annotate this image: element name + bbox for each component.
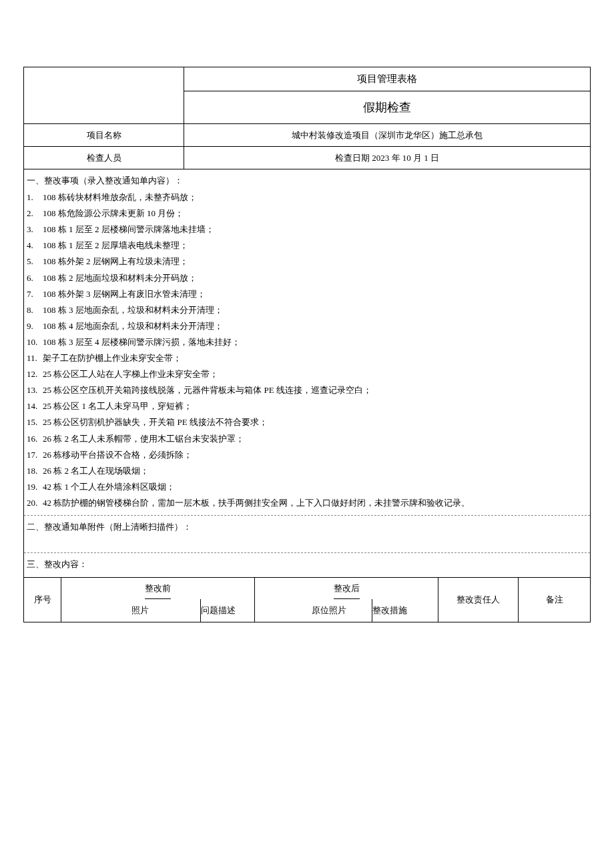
list-item: 16.26 栋 2 名工人未系帽带，使用木工锯台未安装护罩； [27,431,587,447]
list-item-number: 8. [27,303,43,318]
section-2: 二、整改通知单附件（附上清晰扫描件）： [24,516,590,553]
list-item-number: 13. [27,383,43,398]
list-item-text: 42 栋 1 个工人在外墙涂料区吸烟； [43,480,587,494]
section-2-title: 二、整改通知单附件（附上清晰扫描件）： [27,520,587,534]
col-after: 整改后 [334,578,360,599]
list-item-number: 10. [27,335,43,350]
list-item-number: 6. [27,271,43,286]
col-before-group: 整改前 照片 问题描述 [61,578,255,622]
list-item-number: 19. [27,480,43,494]
table-header-row: 序号 整改前 照片 问题描述 整改后 原位照片 整改措施 整改责任人 备注 [24,578,590,622]
list-item: 18.26 栋 2 名工人在现场吸烟； [27,463,587,479]
list-item-text: 26 栋 2 名工人未系帽带，使用木工锯台未安装护罩； [43,432,587,446]
list-item-number: 1. [27,190,43,205]
list-item-text: 25 栋公区工人站在人字梯上作业未穿安全带； [43,367,587,382]
list-item: 20.42 栋防护棚的钢管楼梯台阶，需加一层木板，扶手两侧挂安全网，上下入口做好… [27,495,587,511]
list-item-number: 17. [27,448,43,462]
header-row: 项目管理表格 假期检查 [24,67,590,124]
list-item: 2.108 栋危险源公示牌未更新 10 月份； [27,205,587,222]
form-title: 假期检查 [184,91,590,123]
rectification-list: 1.108 栋砖块材料堆放杂乱，未整齐码放；2.108 栋危险源公示牌未更新 1… [27,189,587,511]
list-item: 9.108 栋 4 层地面杂乱，垃圾和材料未分开清理； [27,318,587,334]
col-after-photo: 原位照片 [286,599,372,622]
list-item: 8.108 栋 3 层地面杂乱，垃圾和材料未分开清理； [27,302,587,318]
list-item: 11.架子工在防护棚上作业未穿安全带； [27,350,587,366]
list-item-text: 108 栋外架 3 层钢网上有废旧水管未清理； [43,287,587,302]
list-item: 1.108 栋砖块材料堆放杂乱，未整齐码放； [27,189,587,205]
col-note: 备注 [519,578,590,622]
list-item-text: 108 栋 3 层地面杂乱，垃圾和材料未分开清理； [43,303,587,318]
section-1-title: 一、整改事项（录入整改通知单内容）： [27,173,587,188]
list-item-number: 4. [27,238,43,253]
list-item-number: 12. [27,367,43,382]
section-3-title: 三、整改内容： [27,557,587,572]
col-after-group: 整改后 原位照片 整改措施 [255,578,438,622]
col-before: 整改前 [145,578,171,599]
col-before-photo: 照片 [81,599,201,622]
list-item-number: 20. [27,496,43,510]
section-3: 三、整改内容： [24,553,590,578]
list-item-text: 108 栋外架 2 层钢网上有垃圾未清理； [43,254,587,269]
list-item-text: 25 栋公区 1 名工人未穿马甲，穿短裤； [43,399,587,414]
list-item: 14.25 栋公区 1 名工人未穿马甲，穿短裤； [27,398,587,414]
list-item: 5.108 栋外架 2 层钢网上有垃圾未清理； [27,254,587,270]
list-item-text: 架子工在防护棚上作业未穿安全带； [43,351,587,366]
col-before-desc: 问题描述 [201,599,236,622]
list-item: 13.25 栋公区空压机开关箱跨接线脱落，元器件背板未与箱体 PE 线连接，巡查… [27,382,587,398]
project-value: 城中村装修改造项目（深圳市龙华区）施工总承包 [184,124,590,146]
list-item-text: 108 栋 1 层至 2 层楼梯间警示牌落地未挂墙； [43,222,587,237]
form-container: 项目管理表格 假期检查 项目名称 城中村装修改造项目（深圳市龙华区）施工总承包 … [23,67,591,622]
col-person: 整改责任人 [438,578,519,622]
list-item: 17.26 栋移动平台搭设不合格，必须拆除； [27,447,587,463]
list-item: 10.108 栋 3 层至 4 层楼梯间警示牌污损，落地未挂好； [27,334,587,350]
rectification-table: 序号 整改前 照片 问题描述 整改后 原位照片 整改措施 整改责任人 备注 [24,578,590,622]
list-item-text: 26 栋 2 名工人在现场吸烟； [43,464,587,478]
list-item-number: 2. [27,206,43,221]
list-item-text: 108 栋 3 层至 4 层楼梯间警示牌污损，落地未挂好； [43,335,587,350]
header-left-blank [24,67,184,123]
list-item-text: 108 栋 4 层地面杂乱，垃圾和材料未分开清理； [43,319,587,334]
header-right: 项目管理表格 假期检查 [184,67,590,123]
list-item-text: 108 栋危险源公示牌未更新 10 月份； [43,206,587,221]
list-item-number: 5. [27,254,43,269]
list-item-text: 42 栋防护棚的钢管楼梯台阶，需加一层木板，扶手两侧挂安全网，上下入口做好封闭，… [43,496,587,510]
list-item-number: 9. [27,319,43,334]
project-row: 项目名称 城中村装修改造项目（深圳市龙华区）施工总承包 [24,124,590,147]
list-item-number: 11. [27,351,43,366]
list-item-text: 25 栋公区切割机护器缺失，开关箱 PE 线接法不符合要求； [43,415,587,430]
list-item-number: 14. [27,399,43,414]
list-item: 4.108 栋 1 层至 2 层厚墙表电线未整理； [27,238,587,254]
form-type: 项目管理表格 [184,67,590,91]
col-after-measure: 整改措施 [372,599,407,622]
list-item-number: 15. [27,415,43,430]
list-item-number: 16. [27,432,43,446]
list-item: 15.25 栋公区切割机护器缺失，开关箱 PE 线接法不符合要求； [27,414,587,430]
list-item-text: 108 栋 1 层至 2 层厚墙表电线未整理； [43,238,587,253]
list-item: 12.25 栋公区工人站在人字梯上作业未穿安全带； [27,366,587,382]
inspector-row: 检查人员 检查日期 2023 年 10 月 1 日 [24,147,590,169]
list-item: 7.108 栋外架 3 层钢网上有废旧水管未清理； [27,286,587,302]
inspector-label: 检查人员 [24,147,184,169]
list-item: 6.108 栋 2 层地面垃圾和材料未分开码放； [27,270,587,286]
col-seq: 序号 [24,578,61,622]
section-1: 一、整改事项（录入整改通知单内容）： 1.108 栋砖块材料堆放杂乱，未整齐码放… [24,169,590,516]
list-item-number: 7. [27,287,43,302]
project-label: 项目名称 [24,124,184,146]
list-item-number: 18. [27,464,43,478]
check-date: 检查日期 2023 年 10 月 1 日 [184,147,590,169]
list-item: 19.42 栋 1 个工人在外墙涂料区吸烟； [27,479,587,495]
list-item-number: 3. [27,222,43,237]
list-item-text: 108 栋 2 层地面垃圾和材料未分开码放； [43,271,587,286]
list-item-text: 108 栋砖块材料堆放杂乱，未整齐码放； [43,190,587,205]
list-item-text: 25 栋公区空压机开关箱跨接线脱落，元器件背板未与箱体 PE 线连接，巡查记录空… [43,383,587,398]
list-item: 3.108 栋 1 层至 2 层楼梯间警示牌落地未挂墙； [27,222,587,238]
list-item-text: 26 栋移动平台搭设不合格，必须拆除； [43,448,587,462]
